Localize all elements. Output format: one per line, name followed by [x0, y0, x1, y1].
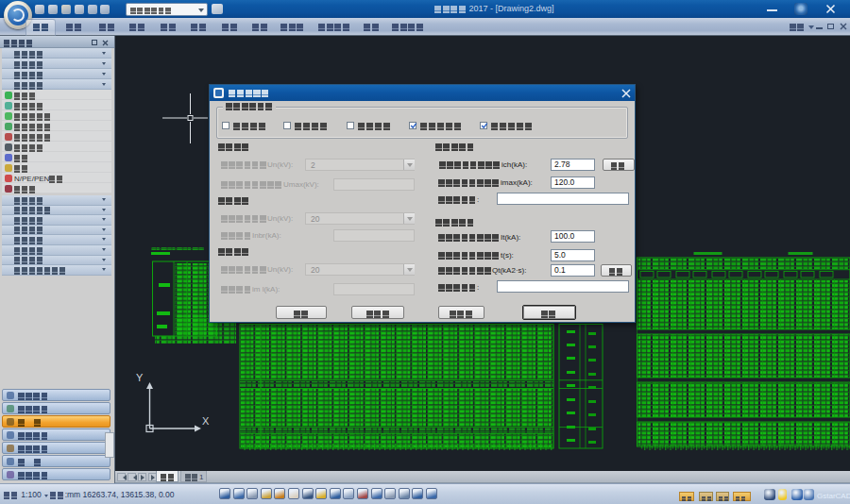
svg-text:Y: Y	[136, 372, 144, 383]
svg-text:X: X	[202, 415, 210, 427]
